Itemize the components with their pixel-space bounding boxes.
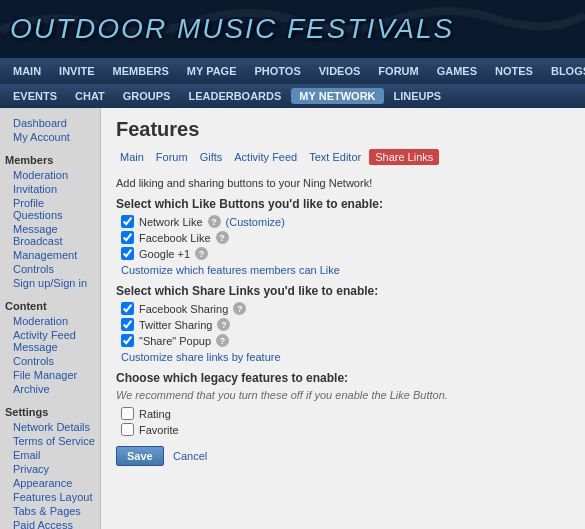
sidebar-setting-paid-access[interactable]: Paid Access bbox=[5, 518, 95, 529]
tab-text-editor[interactable]: Text Editor bbox=[305, 149, 365, 165]
nav-secondary-leaderboards[interactable]: LEADERBOARDS bbox=[180, 88, 289, 104]
sidebar-setting-terms-of-service[interactable]: Terms of Service bbox=[5, 434, 95, 448]
like-section-label: Select which Like Buttons you'd like to … bbox=[116, 197, 570, 211]
nav-secondary-groups[interactable]: GROUPS bbox=[115, 88, 179, 104]
header: OUTDOOR MUSIC FESTIVALS bbox=[0, 0, 585, 58]
nav-primary-forum[interactable]: FORUM bbox=[370, 63, 426, 79]
legacy-buttons-list: RatingFavorite bbox=[116, 407, 570, 436]
save-button[interactable]: Save bbox=[116, 446, 164, 466]
customize-like-link-0[interactable]: (Customize) bbox=[226, 216, 285, 228]
share-checkbox-row-1: Twitter Sharing? bbox=[121, 318, 570, 331]
nav-primary-games[interactable]: GAMES bbox=[429, 63, 485, 79]
legacy-label-1: Favorite bbox=[139, 424, 179, 436]
sidebar-dashboard[interactable]: Dashboard bbox=[5, 116, 95, 130]
share-label-0: Facebook Sharing bbox=[139, 303, 228, 315]
like-checkbox-0[interactable] bbox=[121, 215, 134, 228]
nav-primary-main[interactable]: MAIN bbox=[5, 63, 49, 79]
cancel-button[interactable]: Cancel bbox=[173, 450, 207, 462]
share-checkbox-2[interactable] bbox=[121, 334, 134, 347]
sidebar-setting-network-details[interactable]: Network Details bbox=[5, 420, 95, 434]
like-checkbox-row-1: Facebook Like? bbox=[121, 231, 570, 244]
main-layout: Dashboard My Account Members ModerationI… bbox=[0, 108, 585, 529]
share-checkbox-1[interactable] bbox=[121, 318, 134, 331]
sidebar-content-activity-feed-message[interactable]: Activity Feed Message bbox=[5, 328, 95, 354]
nav-secondary-events[interactable]: EVENTS bbox=[5, 88, 65, 104]
share-checkbox-row-2: "Share" Popup? bbox=[121, 334, 570, 347]
sidebar-setting-appearance[interactable]: Appearance bbox=[5, 476, 95, 490]
form-actions: Save Cancel bbox=[116, 446, 570, 466]
share-buttons-list: Facebook Sharing?Twitter Sharing?"Share"… bbox=[116, 302, 570, 347]
nav-primary-members[interactable]: MEMBERS bbox=[105, 63, 177, 79]
like-checkbox-2[interactable] bbox=[121, 247, 134, 260]
primary-nav: MAININVITEMEMBERSMY PAGEPHOTOSVIDEOSFORU… bbox=[0, 58, 585, 84]
legacy-checkbox-row-1: Favorite bbox=[121, 423, 570, 436]
nav-primary-notes[interactable]: NOTES bbox=[487, 63, 541, 79]
share-label-2: "Share" Popup bbox=[139, 335, 211, 347]
info-icon-share-2[interactable]: ? bbox=[216, 334, 229, 347]
legacy-checkbox-1[interactable] bbox=[121, 423, 134, 436]
like-label-1: Facebook Like bbox=[139, 232, 211, 244]
sidebar-setting-features-layout[interactable]: Features Layout bbox=[5, 490, 95, 504]
sidebar-content-moderation[interactable]: Moderation bbox=[5, 314, 95, 328]
info-icon-like-2[interactable]: ? bbox=[195, 247, 208, 260]
sidebar-setting-email[interactable]: Email bbox=[5, 448, 95, 462]
tab-main[interactable]: Main bbox=[116, 149, 148, 165]
sidebar: Dashboard My Account Members ModerationI… bbox=[0, 108, 100, 529]
page-title: Features bbox=[116, 118, 570, 141]
nav-primary-blogs[interactable]: BLOGS bbox=[543, 63, 585, 79]
like-checkbox-1[interactable] bbox=[121, 231, 134, 244]
nav-primary-photos[interactable]: PHOTOS bbox=[247, 63, 309, 79]
sidebar-member-controls[interactable]: Controls bbox=[5, 262, 95, 276]
site-title: OUTDOOR MUSIC FESTIVALS bbox=[10, 13, 454, 45]
add-description: Add liking and sharing buttons to your N… bbox=[116, 177, 570, 189]
nav-secondary-my-network[interactable]: MY NETWORK bbox=[291, 88, 383, 104]
info-icon-like-0[interactable]: ? bbox=[208, 215, 221, 228]
sidebar-member-management[interactable]: Management bbox=[5, 248, 95, 262]
content-area: Features MainForumGiftsActivity FeedText… bbox=[100, 108, 585, 529]
nav-secondary-chat[interactable]: CHAT bbox=[67, 88, 113, 104]
like-checkbox-row-0: Network Like?(Customize) bbox=[121, 215, 570, 228]
feature-tabs: MainForumGiftsActivity FeedText EditorSh… bbox=[116, 149, 570, 165]
sidebar-my-account[interactable]: My Account bbox=[5, 130, 95, 144]
customize-features-link[interactable]: Customize which features members can Lik… bbox=[121, 264, 570, 276]
nav-secondary-lineups[interactable]: LINEUPS bbox=[386, 88, 450, 104]
sidebar-setting-tabs-&-pages[interactable]: Tabs & Pages bbox=[5, 504, 95, 518]
sidebar-member-moderation[interactable]: Moderation bbox=[5, 168, 95, 182]
sidebar-member-message-broadcast[interactable]: Message Broadcast bbox=[5, 222, 95, 248]
sidebar-content-section: Content bbox=[5, 300, 95, 312]
tab-gifts[interactable]: Gifts bbox=[196, 149, 227, 165]
share-checkbox-0[interactable] bbox=[121, 302, 134, 315]
legacy-checkbox-row-0: Rating bbox=[121, 407, 570, 420]
share-label-1: Twitter Sharing bbox=[139, 319, 212, 331]
legacy-note: We recommend that you turn these off if … bbox=[116, 389, 570, 401]
legacy-checkbox-0[interactable] bbox=[121, 407, 134, 420]
customize-share-link[interactable]: Customize share links by feature bbox=[121, 351, 570, 363]
members-links: ModerationInvitationProfile QuestionsMes… bbox=[5, 168, 95, 290]
share-checkbox-row-0: Facebook Sharing? bbox=[121, 302, 570, 315]
nav-primary-invite[interactable]: INVITE bbox=[51, 63, 102, 79]
info-icon-like-1[interactable]: ? bbox=[216, 231, 229, 244]
sidebar-content-archive[interactable]: Archive bbox=[5, 382, 95, 396]
like-buttons-list: Network Like?(Customize)Facebook Like?Go… bbox=[116, 215, 570, 260]
sidebar-content-file-manager[interactable]: File Manager bbox=[5, 368, 95, 382]
tab-forum[interactable]: Forum bbox=[152, 149, 192, 165]
sidebar-setting-privacy[interactable]: Privacy bbox=[5, 462, 95, 476]
sidebar-member-sign-up/sign-in[interactable]: Sign up/Sign in bbox=[5, 276, 95, 290]
nav-primary-my-page[interactable]: MY PAGE bbox=[179, 63, 245, 79]
sidebar-member-profile-questions[interactable]: Profile Questions bbox=[5, 196, 95, 222]
like-label-2: Google +1 bbox=[139, 248, 190, 260]
share-section-label: Select which Share Links you'd like to e… bbox=[116, 284, 570, 298]
tab-activity-feed[interactable]: Activity Feed bbox=[230, 149, 301, 165]
sidebar-members-section: Members bbox=[5, 154, 95, 166]
like-checkbox-row-2: Google +1? bbox=[121, 247, 570, 260]
sidebar-member-invitation[interactable]: Invitation bbox=[5, 182, 95, 196]
like-label-0: Network Like bbox=[139, 216, 203, 228]
legacy-label-0: Rating bbox=[139, 408, 171, 420]
sidebar-content-controls[interactable]: Controls bbox=[5, 354, 95, 368]
nav-primary-videos[interactable]: VIDEOS bbox=[311, 63, 369, 79]
info-icon-share-0[interactable]: ? bbox=[233, 302, 246, 315]
info-icon-share-1[interactable]: ? bbox=[217, 318, 230, 331]
content-links: ModerationActivity Feed MessageControlsF… bbox=[5, 314, 95, 396]
tab-share-links[interactable]: Share Links bbox=[369, 149, 439, 165]
sidebar-settings-section: Settings bbox=[5, 406, 95, 418]
